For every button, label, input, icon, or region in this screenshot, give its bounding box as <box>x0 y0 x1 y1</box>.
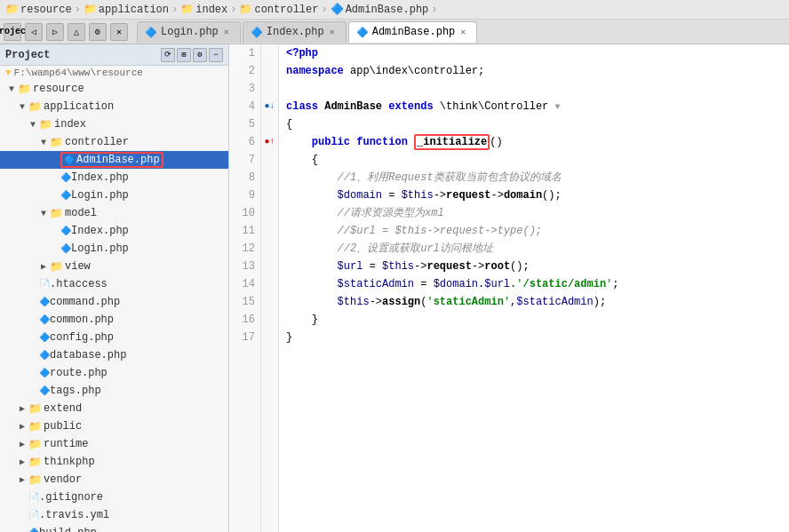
tree-item-index[interactable]: ▼ 📁 index <box>0 115 228 133</box>
folder-icon-model: 📁 <box>50 207 63 220</box>
tree-item-view[interactable]: ▶ 📁 view <box>0 258 228 275</box>
tab-adminbase[interactable]: 🔷 AdminBase.php ✕ <box>348 21 478 43</box>
gutter-10 <box>261 204 278 222</box>
code-line-7: { <box>286 151 782 169</box>
tree-label-thinkphp: thinkphp <box>44 456 95 468</box>
tree-arrow-controller: ▼ <box>37 138 50 147</box>
tree-item-vendor[interactable]: ▶ 📁 vendor <box>0 471 228 488</box>
tree-item-model-index[interactable]: 🔷 Index.php <box>0 222 228 240</box>
tree-label-config: config.php <box>50 331 114 344</box>
project-dropdown[interactable]: Project <box>4 23 21 41</box>
sidebar-minimize-btn[interactable]: − <box>209 48 223 62</box>
file-icon-index: 🔷 <box>60 172 71 183</box>
line-num-1: 1 <box>235 44 255 62</box>
tree-item-model[interactable]: ▼ 📁 model <box>0 204 228 222</box>
tree-arrow-model: ▼ <box>37 209 50 218</box>
line-num-4: 4 <box>235 98 255 115</box>
tree-item-extend[interactable]: ▶ 📁 extend <box>0 400 228 417</box>
breadcrumb-sep4: › <box>321 4 327 16</box>
gutter-4[interactable]: ●↓ <box>261 98 278 115</box>
file-icon-model-index: 🔷 <box>60 226 71 236</box>
breadcrumb-index[interactable]: index <box>195 4 227 16</box>
tab-index-close[interactable]: ✕ <box>328 27 337 37</box>
tree-item-adminbase[interactable]: 🔷 AdminBase.php <box>0 151 228 169</box>
tree-item-htaccess[interactable]: 📄 .htaccess <box>0 275 228 293</box>
tree-arrow-runtime: ▶ <box>16 439 28 449</box>
breadcrumb-resource[interactable]: resource <box>20 4 72 16</box>
nav-back-btn[interactable]: ◁ <box>25 23 43 41</box>
gutter-15 <box>261 293 278 311</box>
code-line-12: //2、设置或获取url访问根地址 <box>286 240 782 258</box>
tab-login[interactable]: 🔷 Login.php ✕ <box>137 21 241 43</box>
tree-arrow-resource: ▼ <box>5 84 18 94</box>
tree-item-build[interactable]: 🔷 build.php <box>0 524 228 532</box>
sidebar: Project ⟳ ⊞ ⚙ − ▼ F:\wamp64\www\resource… <box>0 44 229 532</box>
tree-item-route[interactable]: 🔷 route.php <box>0 364 228 382</box>
gutter-3 <box>261 80 278 98</box>
tree-arrow-public: ▶ <box>16 421 28 432</box>
tree-label-resource: resource <box>33 83 84 95</box>
tree-item-database[interactable]: 🔷 database.php <box>0 346 228 364</box>
tree-item-index-php[interactable]: 🔷 Index.php <box>0 169 228 187</box>
code-area: 1 2 3 4 5 6 7 8 9 10 11 12 13 14 15 16 1… <box>229 44 789 532</box>
tree-item-resource[interactable]: ▼ 📁 resource <box>0 80 228 98</box>
code-line-10: //请求资源类型为xml <box>286 204 782 222</box>
tree-item-public[interactable]: ▶ 📁 public <box>0 417 228 435</box>
nav-close-btn[interactable]: ✕ <box>110 23 128 41</box>
gutter-6[interactable]: ●↑ <box>261 133 278 151</box>
file-icon-htaccess: 📄 <box>39 279 50 290</box>
sidebar-gear-btn[interactable]: ⚙ <box>193 48 207 62</box>
tree-item-tags[interactable]: 🔷 tags.php <box>0 382 228 400</box>
file-icon-adminbase: 🔷 <box>64 155 75 165</box>
breadcrumb-application[interactable]: application <box>99 4 169 16</box>
folder-icon-public: 📁 <box>28 420 42 433</box>
sidebar-expand-btn[interactable]: ⊞ <box>177 48 191 62</box>
tree-arrow-application: ▼ <box>16 102 28 112</box>
tree-label-application: application <box>44 100 114 113</box>
tab-adminbase-close[interactable]: ✕ <box>458 27 467 37</box>
line-num-6: 6 <box>235 133 255 151</box>
tree-item-command[interactable]: 🔷 command.php <box>0 293 228 311</box>
tree-item-login-php[interactable]: 🔷 Login.php <box>0 187 228 204</box>
tree-item-model-login[interactable]: 🔷 Login.php <box>0 240 228 258</box>
gutter-1 <box>261 44 278 62</box>
breadcrumb-folder-icon: 📁 <box>84 3 97 16</box>
breadcrumb-sep2: › <box>171 4 178 16</box>
breadcrumb-adminbase[interactable]: AdminBase.php <box>346 4 429 16</box>
tree-item-gitignore[interactable]: 📄 .gitignore <box>0 488 228 506</box>
nav-forward-btn[interactable]: ▷ <box>46 23 64 41</box>
tree-item-config[interactable]: 🔷 config.php <box>0 329 228 346</box>
tree-item-thinkphp[interactable]: ▶ 📁 thinkphp <box>0 453 228 471</box>
nav-up-btn[interactable]: △ <box>68 23 85 41</box>
line-numbers: 1 2 3 4 5 6 7 8 9 10 11 12 13 14 15 16 1… <box>229 44 261 532</box>
gutter-9 <box>261 187 278 204</box>
tree-label-index: index <box>54 118 86 131</box>
folder-icon-vendor: 📁 <box>28 473 42 487</box>
code-line-6: public function _initialize() <box>286 133 782 151</box>
tree-item-common[interactable]: 🔷 common.php <box>0 311 228 329</box>
tree-item-application[interactable]: ▼ 📁 application <box>0 98 228 115</box>
breadcrumb-controller[interactable]: controller <box>254 4 318 16</box>
tree-item-runtime[interactable]: ▶ 📁 runtime <box>0 435 228 453</box>
tab-login-close[interactable]: ✕ <box>222 27 231 37</box>
code-line-1: <?php <box>286 44 782 62</box>
tree-item-controller[interactable]: ▼ 📁 controller <box>0 133 228 151</box>
line-num-5: 5 <box>235 115 255 133</box>
code-line-9: $domain = $this->request->domain(); <box>286 187 782 204</box>
sidebar-root-path: ▼ F:\wamp64\www\resource <box>0 66 228 80</box>
sidebar-sync-btn[interactable]: ⟳ <box>161 48 175 62</box>
breadcrumb-folder-icon2: 📁 <box>180 3 194 16</box>
gutter-2 <box>261 62 278 80</box>
nav-settings-btn[interactable]: ⚙ <box>89 23 107 41</box>
tree-item-travis[interactable]: 📄 .travis.yml <box>0 506 228 524</box>
tree-label-controller: controller <box>65 136 129 148</box>
folder-icon-application: 📁 <box>28 100 42 114</box>
gutter-7 <box>261 151 278 169</box>
gutter-11 <box>261 222 278 240</box>
folder-icon-controller: 📁 <box>50 136 63 149</box>
file-icon-database: 🔷 <box>39 350 50 361</box>
tab-index[interactable]: 🔷 Index.php ✕ <box>243 21 347 43</box>
line-num-9: 9 <box>235 187 255 204</box>
tree-label-build: build.php <box>39 527 97 532</box>
tab-adminbase-label: AdminBase.php <box>372 26 456 38</box>
